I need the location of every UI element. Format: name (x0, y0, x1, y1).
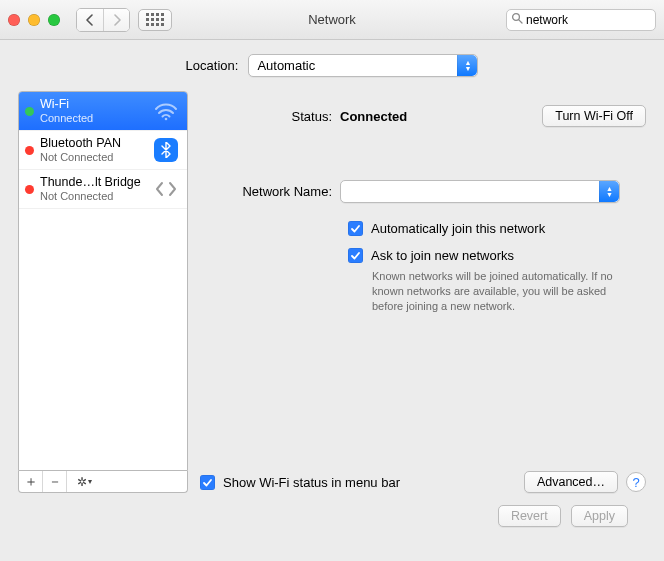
footer-buttons: Revert Apply (18, 493, 646, 527)
location-label: Location: (186, 58, 239, 73)
interface-row-thunderbolt[interactable]: Thunde…lt Bridge Not Connected (19, 170, 187, 209)
bluetooth-icon (153, 137, 179, 163)
show-status-checkbox[interactable] (200, 475, 215, 490)
search-icon (511, 12, 523, 27)
interfaces-toolbar: ＋ － ✲ ▾ (18, 471, 188, 493)
interface-text: Thunde…lt Bridge Not Connected (40, 176, 147, 202)
gear-icon: ✲ (77, 475, 87, 489)
location-select-value: Automatic (257, 58, 315, 73)
ask-join-row: Ask to join new networks (348, 248, 646, 263)
window-title: Network (308, 12, 356, 27)
details-pane: Status: Connected Turn Wi-Fi Off Network… (200, 91, 646, 493)
search-input[interactable] (526, 13, 664, 27)
nav-buttons (76, 8, 130, 32)
status-value: Connected (340, 109, 407, 124)
button-label: Advanced… (537, 475, 605, 489)
grid-icon (146, 13, 164, 26)
close-window-button[interactable] (8, 14, 20, 26)
minimize-window-button[interactable] (28, 14, 40, 26)
show-status-row: Show Wi-Fi status in menu bar (200, 475, 400, 490)
auto-join-checkbox[interactable] (348, 221, 363, 236)
button-label: Turn Wi-Fi Off (555, 109, 633, 123)
show-status-label: Show Wi-Fi status in menu bar (223, 475, 400, 490)
content-area: Location: Automatic ▲▼ Wi-Fi Connected (0, 40, 664, 539)
status-dot-icon (25, 185, 34, 194)
apply-button[interactable]: Apply (571, 505, 628, 527)
interface-status: Not Connected (40, 151, 147, 163)
button-label: Apply (584, 509, 615, 523)
svg-line-1 (519, 20, 522, 23)
chevron-down-icon: ▾ (88, 477, 92, 486)
zoom-window-button[interactable] (48, 14, 60, 26)
interfaces-list: Wi-Fi Connected (18, 91, 188, 471)
interface-actions-button[interactable]: ✲ ▾ (67, 471, 101, 492)
network-name-row: Network Name: ▲▼ (200, 180, 646, 203)
button-label: Revert (511, 509, 548, 523)
advanced-button[interactable]: Advanced… (524, 471, 618, 493)
ask-join-checkbox[interactable] (348, 248, 363, 263)
window-controls (8, 14, 60, 26)
revert-button[interactable]: Revert (498, 505, 561, 527)
interface-status: Connected (40, 112, 147, 124)
wifi-icon (153, 98, 179, 124)
interfaces-sidebar: Wi-Fi Connected (18, 91, 188, 493)
forward-button[interactable] (103, 9, 129, 31)
chevron-updown-icon: ▲▼ (599, 181, 619, 202)
bottom-row: Show Wi-Fi status in menu bar Advanced… … (200, 471, 646, 493)
chevron-updown-icon: ▲▼ (457, 55, 477, 76)
interface-name: Bluetooth PAN (40, 137, 147, 151)
main-panel: Wi-Fi Connected (18, 91, 646, 493)
turn-wifi-off-button[interactable]: Turn Wi-Fi Off (542, 105, 646, 127)
auto-join-row: Automatically join this network (348, 221, 646, 236)
interface-row-bluetooth[interactable]: Bluetooth PAN Not Connected (19, 131, 187, 170)
interface-name: Thunde…lt Bridge (40, 176, 147, 190)
interface-text: Wi-Fi Connected (40, 98, 147, 124)
interface-name: Wi-Fi (40, 98, 147, 112)
ask-join-help-text: Known networks will be joined automatica… (372, 269, 638, 314)
ask-join-label: Ask to join new networks (371, 248, 514, 263)
status-dot-icon (25, 146, 34, 155)
auto-join-label: Automatically join this network (371, 221, 545, 236)
status-dot-icon (25, 107, 34, 116)
back-button[interactable] (77, 9, 103, 31)
help-button[interactable]: ? (626, 472, 646, 492)
thunderbolt-bridge-icon (153, 176, 179, 202)
network-name-select[interactable]: ▲▼ (340, 180, 620, 203)
network-name-label: Network Name: (200, 184, 340, 199)
status-label: Status: (200, 109, 340, 124)
interface-row-wifi[interactable]: Wi-Fi Connected (19, 92, 187, 131)
add-interface-button[interactable]: ＋ (19, 471, 43, 492)
show-all-button[interactable] (138, 9, 172, 31)
interface-text: Bluetooth PAN Not Connected (40, 137, 147, 163)
location-row: Location: Automatic ▲▼ (18, 54, 646, 77)
remove-interface-button[interactable]: － (43, 471, 67, 492)
titlebar: Network ✕ (0, 0, 664, 40)
interface-status: Not Connected (40, 190, 147, 202)
location-select[interactable]: Automatic ▲▼ (248, 54, 478, 77)
search-field[interactable]: ✕ (506, 9, 656, 31)
svg-point-2 (165, 118, 168, 121)
